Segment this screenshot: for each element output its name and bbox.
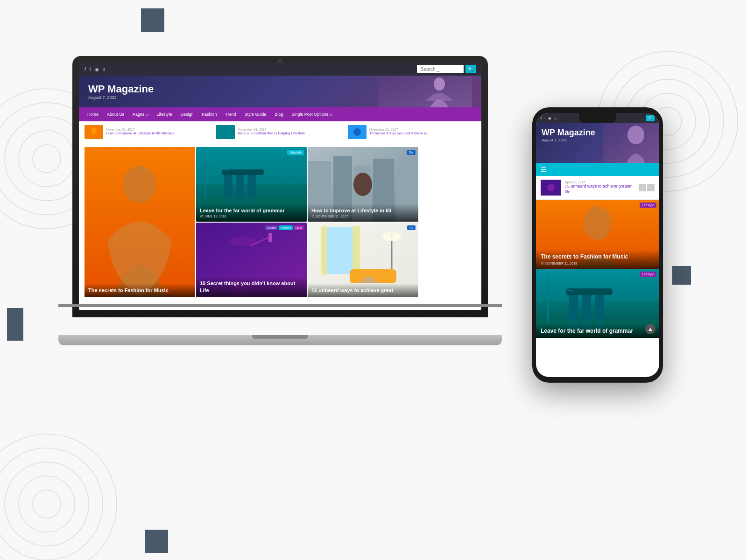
laptop-header-text: WP Magazine August 7, 2023	[88, 83, 154, 100]
svg-point-21	[353, 128, 361, 136]
card2-badge: Lifestyle	[287, 150, 304, 155]
rp3-thumb	[348, 125, 366, 139]
svg-point-51	[382, 232, 401, 241]
phone-body: f t ◉ p … 🔍 WP Magazine August 7, 2023	[532, 107, 663, 383]
phone-site-date: August 7, 2023	[542, 138, 595, 142]
phone-device: f t ◉ p … 🔍 WP Magazine August 7, 2023	[532, 107, 663, 383]
card5-badge: De	[407, 225, 416, 230]
rp1-title[interactable]: How to Improve at Lifestyle in 60 Minute…	[106, 131, 212, 136]
recent-post-3: November 21, 2017 10 Secret things you d…	[348, 125, 476, 139]
phone-card-2[interactable]: Lifestyle Leave for the far world of gra…	[536, 269, 659, 338]
svg-point-39	[353, 173, 372, 196]
next-arrow[interactable]: ›	[647, 184, 655, 191]
rp2-info: November 21, 2017 Here is a method that …	[238, 128, 344, 136]
card2-overlay: Leave for the far world of grammar ⏱ JUN…	[196, 203, 307, 222]
card2-title: Leave for the far world of grammar	[200, 207, 303, 214]
card1-overlay: The secrets to Fashion for Music	[85, 283, 195, 297]
rp3-date: November 21, 2017	[369, 128, 476, 131]
grid-card-5[interactable]: De 15 unheard ways to achieve great	[308, 223, 418, 297]
laptop-body: f t ◉ p 🔍 WP Magazine August 7, 2023	[72, 56, 488, 317]
laptop-navbar: Home About Us Pages □ Lifestyle Design F…	[79, 107, 481, 121]
laptop-hinge	[58, 304, 502, 307]
recent-post-1: November 21, 2017 How to Improve at Life…	[85, 125, 212, 139]
phone-twitter-icon: t	[544, 116, 545, 120]
nav-pages[interactable]: Pages □	[129, 112, 152, 117]
phone-rp-title: 15 unheard ways to achieve greater life	[565, 184, 635, 195]
card2-meta: ⏱ JUNE 11, 2018	[200, 215, 303, 218]
card4-badges: Design Lifestyle Elder	[265, 225, 304, 230]
rp1-thumb	[85, 125, 103, 139]
phone-header-text: WP Magazine August 7, 2023	[542, 128, 595, 142]
laptop-screen: f t ◉ p 🔍 WP Magazine August 7, 2023	[79, 63, 481, 310]
phone-card1-badge: Lifestyle	[640, 203, 656, 208]
phone-card2-overlay: Leave for the far world of grammar	[536, 324, 659, 338]
nav-lifestyle[interactable]: Lifestyle	[153, 112, 176, 117]
phone-rp-nav: ‹ ›	[639, 184, 655, 191]
nav-trend[interactable]: Trend	[222, 112, 240, 117]
svg-point-55	[627, 126, 644, 144]
nav-blog[interactable]: Blog	[271, 112, 287, 117]
phone-card1-meta: ⏱ NOVEMBER 21, 2018	[541, 262, 655, 265]
rp1-info: November 21, 2017 How to Improve at Life…	[106, 128, 212, 136]
grid-card-3[interactable]: De How to Improve at Lifestyle in 60 ⏱ N…	[308, 147, 418, 222]
rp2-title[interactable]: Here is a method that is helping Lifesty…	[238, 131, 344, 136]
deco-square-top	[141, 8, 164, 32]
phone-rp-info: April 21, 2017 15 unheard ways to achiev…	[565, 181, 635, 195]
card5-title: 15 unheard ways to achieve great	[311, 287, 415, 294]
nav-single-post[interactable]: Single Post Options □	[288, 112, 336, 117]
phone-site-title: WP Magazine	[542, 128, 595, 138]
phone-header: WP Magazine August 7, 2023	[536, 123, 659, 163]
nav-fashion[interactable]: Fashion	[198, 112, 221, 117]
grid-card-4[interactable]: Design Lifestyle Elder 10 Secret things …	[196, 223, 307, 297]
laptop-grid: The secrets to Fashion for Music	[79, 143, 481, 301]
recent-post-2: November 21, 2017 Here is a method that …	[216, 125, 344, 139]
nav-design[interactable]: Design	[177, 112, 197, 117]
nav-home[interactable]: Home	[84, 112, 102, 117]
phone-card2-badge: Lifestyle	[640, 272, 656, 277]
phone-recent-post[interactable]: April 21, 2017 15 unheard ways to achiev…	[536, 176, 659, 200]
phone-card-1[interactable]: Lifestyle The secrets to Fashion for Mus…	[536, 200, 659, 269]
card1-title: The secrets to Fashion for Music	[88, 287, 191, 294]
svg-point-23	[123, 166, 156, 203]
laptop-header: WP Magazine August 7, 2023	[79, 76, 481, 107]
deco-square-left-mid	[7, 308, 23, 341]
svg-point-3	[19, 131, 75, 187]
rp2-thumb	[216, 125, 235, 139]
card4-overlay: 10 Secret things you didn't know about L…	[196, 276, 307, 297]
search-button[interactable]: 🔍	[465, 65, 476, 73]
grid-card-2[interactable]: Lifestyle Leave for the far world of gra…	[196, 147, 307, 222]
phone-pinterest-icon: p	[554, 116, 556, 120]
scroll-to-top-button[interactable]: ▲	[645, 324, 655, 334]
phone-search-text: …	[641, 116, 645, 120]
card3-badge: De	[407, 150, 416, 155]
svg-rect-15	[379, 76, 472, 107]
phone-navbar: ☰	[536, 163, 659, 176]
pinterest-icon: p	[103, 67, 106, 72]
svg-point-11	[0, 448, 103, 560]
twitter-icon: t	[90, 67, 91, 72]
rp3-title[interactable]: 10 Secret things you didn't know a...	[369, 131, 476, 136]
phone-card1-overlay: The secrets to Fashion for Music ⏱ NOVEM…	[536, 250, 659, 269]
svg-rect-65	[566, 288, 613, 295]
laptop-header-image	[379, 76, 472, 107]
phone-instagram-icon: ◉	[548, 116, 551, 120]
svg-point-10	[0, 434, 117, 560]
laptop-device: f t ◉ p 🔍 WP Magazine August 7, 2023	[72, 56, 488, 345]
prev-arrow[interactable]: ‹	[639, 184, 646, 191]
rp2-date: November 21, 2017	[238, 128, 344, 131]
card3-overlay: How to Improve at Lifestyle in 60 ⏱ NOVE…	[308, 203, 418, 222]
grid-card-1[interactable]: The secrets to Fashion for Music	[85, 147, 195, 297]
svg-rect-45	[268, 233, 272, 242]
laptop-search-area: 🔍	[417, 65, 476, 73]
phone-screen: f t ◉ p … 🔍 WP Magazine August 7, 2023	[536, 113, 659, 377]
phone-rp-thumb	[541, 180, 561, 196]
laptop-social-icons: f t ◉ p	[85, 67, 105, 72]
hamburger-icon[interactable]: ☰	[541, 166, 547, 173]
card4-title: 10 Secret things you didn't know about L…	[200, 280, 303, 294]
nav-styleguide[interactable]: Style Guide	[241, 112, 270, 117]
nav-about[interactable]: About Us	[103, 112, 128, 117]
phone-search-button[interactable]: 🔍	[646, 115, 655, 121]
search-input[interactable]	[417, 65, 464, 73]
phone-card1-title: The secrets to Fashion for Music	[541, 253, 655, 261]
svg-point-18	[91, 127, 97, 134]
